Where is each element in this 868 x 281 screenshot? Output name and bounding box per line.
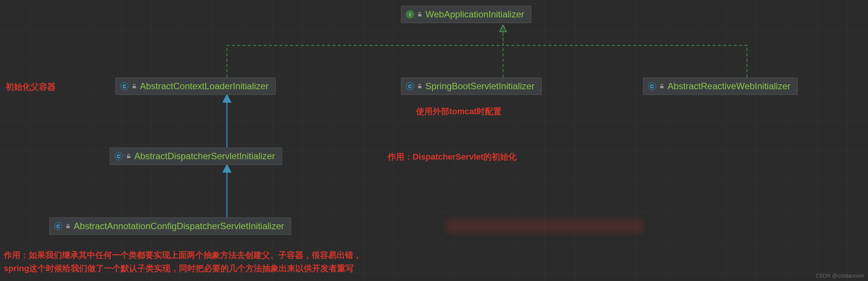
annotation-bottom-line-1: 作用：如果我们继承其中任何一个类都要实现上面两个抽象方法去创建父、子容器，很容易…	[4, 250, 362, 261]
annotation-parent-container: 初始化父容器	[6, 81, 56, 93]
svg-rect-6	[127, 156, 130, 158]
class-icon: C	[115, 152, 123, 160]
svg-rect-3	[133, 86, 136, 88]
node-label: AbstractReactiveWebInitializer	[668, 81, 790, 92]
class-icon: C	[120, 82, 129, 90]
svg-rect-2	[418, 14, 422, 16]
interface-icon: I	[406, 10, 414, 19]
node-label: AbstractContextLoaderInitializer	[140, 81, 269, 92]
unlock-icon	[132, 84, 137, 89]
node-abstract-context-loader-initializer[interactable]: C AbstractContextLoaderInitializer	[115, 78, 276, 95]
node-label: AbstractDispatcherServletInitializer	[134, 151, 275, 161]
annotation-blurred	[446, 219, 643, 233]
diagram-connectors	[0, 0, 868, 281]
annotation-dispatcher-purpose: 作用：DispatcherServlet的初始化	[388, 151, 517, 163]
node-label: WebApplicationInitializer	[425, 9, 524, 20]
svg-rect-7	[67, 226, 70, 228]
node-spring-boot-servlet-initializer[interactable]: C SpringBootServletInitializer	[401, 78, 542, 95]
node-label: SpringBootServletInitializer	[425, 81, 534, 92]
node-abstract-reactive-web-initializer[interactable]: C AbstractReactiveWebInitializer	[643, 78, 798, 95]
watermark: CSDN @cristianoxm	[815, 273, 864, 279]
class-icon: C	[406, 82, 414, 90]
unlock-icon	[65, 224, 71, 229]
unlock-icon	[417, 84, 422, 89]
node-abstract-annotation-config-dispatcher-servlet-initializer[interactable]: C AbstractAnnotationConfigDispatcherServ…	[49, 217, 291, 235]
annotation-bottom-line-2: spring这个时候给我们做了一个默认子类实现，同时把必要的几个方法抽象出来以供…	[4, 263, 354, 274]
class-icon: C	[648, 82, 656, 90]
svg-rect-4	[418, 86, 422, 88]
node-label: AbstractAnnotationConfigDispatcherServle…	[74, 221, 284, 231]
svg-rect-5	[660, 86, 664, 88]
unlock-icon	[417, 12, 422, 17]
node-abstract-dispatcher-servlet-initializer[interactable]: C AbstractDispatcherServletInitializer	[110, 147, 282, 165]
unlock-icon	[126, 154, 131, 159]
unlock-icon	[659, 84, 665, 89]
class-icon: C	[54, 222, 62, 230]
annotation-external-tomcat: 使用外部tomcat时配置	[416, 106, 502, 117]
node-web-application-initializer[interactable]: I WebApplicationInitializer	[401, 6, 531, 23]
